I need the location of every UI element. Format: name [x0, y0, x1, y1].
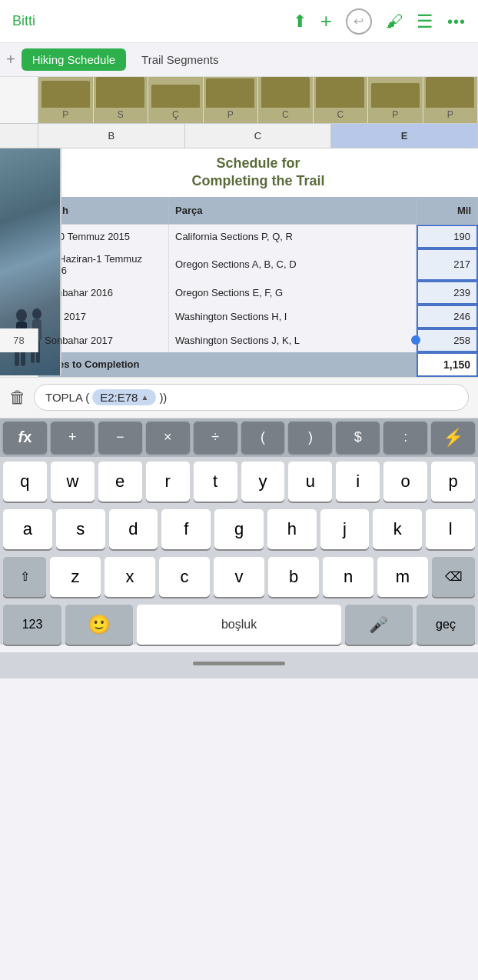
bottom-bar	[0, 652, 478, 678]
key-h[interactable]: h	[267, 509, 317, 549]
row-78-date[interactable]: Sonbahar 2017	[38, 328, 169, 352]
close-paren-key[interactable]: )	[288, 422, 332, 454]
key-c[interactable]: c	[159, 557, 210, 597]
col-header-p1[interactable]: P	[38, 77, 94, 123]
divide-key[interactable]: ÷	[194, 422, 237, 454]
key-l[interactable]: l	[426, 509, 475, 549]
table-headers: Tarih Parça Mil	[38, 197, 478, 225]
col-header-p2[interactable]: P	[204, 77, 259, 123]
key-x[interactable]: x	[105, 557, 155, 597]
bitti-button[interactable]: Bitti	[12, 13, 35, 29]
row-32-miles[interactable]: 217	[417, 248, 478, 281]
colon-key[interactable]: :	[383, 422, 427, 454]
formula-range-value: E2:E78	[100, 391, 138, 404]
multiply-key[interactable]: ×	[146, 422, 190, 454]
top-bar: Bitti ⬆ + ↩ 🖌 ☰ •••	[0, 0, 478, 43]
row-num-col-header	[0, 77, 38, 123]
row-18-section[interactable]: California Sections P, Q, R	[169, 225, 417, 248]
row-18-miles[interactable]: 190	[417, 225, 478, 248]
trash-icon: 🗑	[9, 388, 26, 407]
key-d[interactable]: d	[109, 509, 158, 549]
col-b-header[interactable]: B	[38, 124, 185, 148]
col-header-p3[interactable]: P	[368, 77, 423, 123]
more-button[interactable]: •••	[447, 12, 466, 32]
plus-key[interactable]: +	[51, 422, 95, 454]
add-sheet-button[interactable]: +	[6, 51, 15, 68]
space-key[interactable]: boşluk	[137, 605, 340, 645]
mic-icon: 🎤	[369, 615, 388, 634]
emoji-key[interactable]: 🙂	[65, 605, 133, 645]
row-62-miles[interactable]: 246	[417, 305, 478, 328]
row-62-section[interactable]: Washington Sections H, I	[169, 305, 417, 328]
key-t[interactable]: t	[194, 462, 237, 502]
share-button[interactable]: ⬆	[293, 12, 307, 32]
row-78-miles[interactable]: 258	[417, 328, 478, 352]
key-g[interactable]: g	[214, 509, 264, 549]
col-header-s[interactable]: S	[94, 77, 149, 123]
minus-key[interactable]: −	[98, 422, 142, 454]
row-79-label[interactable]: Miles to Completion	[38, 352, 417, 377]
key-w[interactable]: w	[51, 462, 95, 502]
lightning-key[interactable]: ⚡	[431, 422, 475, 454]
row-46-miles[interactable]: 239	[417, 281, 478, 305]
more-icon: •••	[447, 13, 466, 30]
key-m[interactable]: m	[377, 557, 428, 597]
open-paren-key[interactable]: (	[241, 422, 285, 454]
key-i[interactable]: i	[336, 462, 380, 502]
shift-key[interactable]: ⇧	[3, 557, 46, 597]
undo-icon: ↩	[354, 14, 363, 28]
key-j[interactable]: j	[320, 509, 370, 549]
delete-button[interactable]: 🗑	[9, 388, 26, 408]
formula-close-paren: ))	[159, 391, 167, 404]
selection-handle[interactable]	[411, 335, 420, 345]
row-num-spacer	[0, 124, 38, 148]
col-mil-header: Mil	[417, 197, 478, 224]
filter-button[interactable]: ☰	[417, 11, 433, 32]
col-header-c1[interactable]: Ç	[148, 77, 204, 123]
key-o[interactable]: o	[383, 462, 427, 502]
backspace-key[interactable]: ⌫	[432, 557, 475, 597]
tab-hiking-schedule[interactable]: Hiking Schedule	[22, 48, 126, 71]
table-row: 78 Sonbahar 2017 Washington Sections J, …	[0, 328, 478, 352]
undo-button[interactable]: ↩	[346, 8, 372, 35]
key-v[interactable]: v	[214, 557, 264, 597]
key-b[interactable]: b	[268, 557, 319, 597]
fx-label: fx	[18, 428, 32, 446]
row-78-section[interactable]: Washington Sections J, K, L	[169, 328, 417, 352]
key-a[interactable]: a	[3, 509, 52, 549]
top-bar-left: Bitti	[12, 13, 35, 29]
row-32-section[interactable]: Oregon Sections A, B, C, D	[169, 248, 417, 281]
numbers-key[interactable]: 123	[3, 605, 61, 645]
add-button[interactable]: +	[320, 9, 332, 33]
key-n[interactable]: n	[323, 557, 373, 597]
keyboard-row-2: a s d f g h j k l	[3, 509, 475, 549]
key-q[interactable]: q	[3, 462, 47, 502]
formula-range-token[interactable]: E2:E78 ▲	[92, 389, 156, 405]
col-header-c2[interactable]: C	[258, 77, 314, 123]
dollar-key[interactable]: $	[336, 422, 380, 454]
key-r[interactable]: r	[146, 462, 190, 502]
key-y[interactable]: y	[241, 462, 285, 502]
row-79-total[interactable]: 1,150	[417, 352, 478, 377]
key-k[interactable]: k	[373, 509, 422, 549]
row-46-section[interactable]: Oregon Sections E, F, G	[169, 281, 417, 305]
key-e[interactable]: e	[98, 462, 142, 502]
table-row: 32 20 Haziran-1 Temmuz 2016 Oregon Secti…	[0, 248, 478, 281]
top-bar-right: ⬆ + ↩ 🖌 ☰ •••	[293, 8, 466, 35]
key-f[interactable]: f	[161, 509, 211, 549]
go-key[interactable]: geç	[417, 605, 475, 645]
fx-key[interactable]: fx	[3, 422, 47, 454]
col-header-c3[interactable]: C	[314, 77, 369, 123]
col-e-header[interactable]: E	[331, 124, 478, 148]
key-s[interactable]: s	[56, 509, 105, 549]
tab-trail-segments[interactable]: Trail Segments	[131, 48, 229, 71]
formula-input[interactable]: TOPLA ( E2:E78 ▲ ))	[34, 384, 469, 411]
key-p[interactable]: p	[431, 462, 475, 502]
brush-button[interactable]: 🖌	[386, 12, 403, 32]
col-c-header[interactable]: C	[185, 124, 332, 148]
key-z[interactable]: z	[50, 557, 101, 597]
col-header-p4[interactable]: P	[423, 77, 479, 123]
key-u[interactable]: u	[288, 462, 332, 502]
mic-key[interactable]: 🎤	[345, 605, 413, 645]
table-row: 18 5-20 Temmuz 2015 California Sections …	[0, 225, 478, 248]
